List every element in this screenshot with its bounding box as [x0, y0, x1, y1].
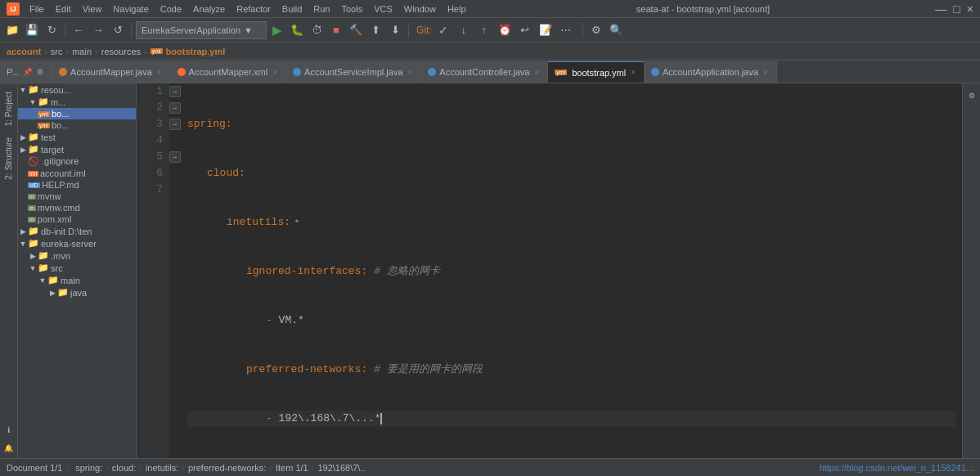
- git-annotate-icon[interactable]: 📝: [537, 21, 555, 39]
- sidebar-label-pom: pom.xml: [38, 214, 72, 224]
- status-spring[interactable]: spring:: [75, 463, 102, 473]
- run-config-selector[interactable]: EurekaServerApplication ▼: [136, 21, 267, 39]
- fold-icon-3[interactable]: −: [169, 119, 181, 130]
- breadcrumb-file[interactable]: yml bootstrap.yml: [151, 47, 226, 56]
- sidebar-item-bootstrap-yml2[interactable]: yml bo...: [18, 119, 136, 131]
- tab-account-application[interactable]: AccountApplication.java ×: [645, 61, 777, 83]
- git-push-icon[interactable]: ↑: [475, 21, 493, 39]
- menu-refactor[interactable]: Refactor: [232, 2, 276, 16]
- tab-project-pin[interactable]: 📌: [22, 67, 32, 77]
- breadcrumb-src[interactable]: src: [51, 47, 63, 56]
- save-icon[interactable]: 💾: [23, 21, 41, 39]
- open-folder-icon[interactable]: 📁: [3, 21, 21, 39]
- tab-close-1[interactable]: ×: [155, 67, 164, 78]
- sidebar-label-yml2: bo...: [52, 120, 69, 130]
- build-button[interactable]: 🔨: [347, 21, 365, 39]
- tab-close-4[interactable]: ×: [533, 67, 541, 78]
- breadcrumb-sep-1: ›: [44, 47, 47, 56]
- vcs-menu-icon[interactable]: ⋯: [557, 21, 575, 39]
- minimize-button[interactable]: —: [935, 2, 946, 16]
- sidebar-item-pom[interactable]: m pom.xml: [18, 213, 136, 225]
- fold-icon-2[interactable]: −: [169, 102, 181, 114]
- sidebar-item-test[interactable]: ▶ 📁 test: [18, 131, 136, 143]
- status-inetutils[interactable]: inetutils:: [146, 463, 178, 473]
- tab-account-service-impl[interactable]: AccountServiceImpl.java ×: [286, 61, 421, 83]
- tab-close-5[interactable]: ×: [629, 67, 637, 78]
- fold-line-5: −: [169, 149, 181, 165]
- close-button[interactable]: ×: [967, 2, 973, 16]
- back-icon[interactable]: ←: [70, 21, 88, 39]
- menu-vcs[interactable]: VCS: [369, 2, 398, 16]
- sidebar-item-main-sub[interactable]: ▼ 📁 main: [18, 274, 136, 286]
- panel-tab-notifications[interactable]: 🔔: [2, 442, 16, 455]
- status-preferred[interactable]: preferred-networks:: [188, 463, 266, 473]
- sidebar-item-src[interactable]: ▼ 📁 src: [18, 262, 136, 274]
- tab-close-3[interactable]: ×: [407, 67, 415, 78]
- sidebar-item-resources[interactable]: ▼ 📁 resou...: [18, 83, 136, 96]
- breadcrumb-sep-4: ›: [144, 47, 147, 56]
- git-history-icon[interactable]: ⏰: [496, 21, 514, 39]
- sidebar-item-bootstrap-yml1[interactable]: yml bo...: [18, 108, 136, 119]
- refresh-icon[interactable]: ↻: [43, 21, 61, 39]
- menu-navigate[interactable]: Navigate: [108, 2, 153, 16]
- code-editor[interactable]: 1 2 3 4 5 6 7 − − −: [137, 83, 962, 458]
- debug-button[interactable]: 🐛: [288, 21, 306, 39]
- git-update-icon[interactable]: ↓: [455, 21, 473, 39]
- git-commit-icon[interactable]: ✓: [434, 21, 452, 39]
- tab-bootstrap-yml[interactable]: yml bootstrap.yml ×: [548, 61, 645, 83]
- status-cloud[interactable]: cloud:: [112, 463, 136, 473]
- sidebar-item-db-init[interactable]: ▶ 📁 db-init D:\ten: [18, 225, 136, 237]
- menu-file[interactable]: File: [25, 2, 49, 16]
- menu-help[interactable]: Help: [443, 2, 471, 16]
- sidebar-item-help-md[interactable]: MD HELP.md: [18, 179, 136, 191]
- terminal-icon[interactable]: ⚙: [587, 21, 605, 39]
- menu-tools[interactable]: Tools: [336, 2, 367, 16]
- tab-close-2[interactable]: ×: [271, 67, 279, 78]
- panel-tab-right-1[interactable]: ⚙: [965, 87, 978, 105]
- menu-window[interactable]: Window: [399, 2, 441, 16]
- sidebar-item-gitignore[interactable]: 🚫 .gitignore: [18, 155, 136, 168]
- deploy-button[interactable]: ⬇: [386, 21, 404, 39]
- menu-analyze[interactable]: Analyze: [188, 2, 230, 16]
- breadcrumb-main[interactable]: main: [72, 47, 92, 56]
- sidebar-item-mvn[interactable]: ▶ 📁 .mvn: [18, 249, 136, 262]
- token-ip: 192\.168\.7\...*: [272, 411, 381, 427]
- menu-build[interactable]: Build: [277, 2, 307, 16]
- menu-code[interactable]: Code: [155, 2, 187, 16]
- fold-icon-1[interactable]: −: [169, 86, 181, 97]
- run-button[interactable]: ▶: [268, 21, 286, 39]
- tab-account-controller[interactable]: AccountController.java ×: [421, 61, 548, 83]
- tab-close-6[interactable]: ×: [762, 67, 770, 78]
- breadcrumb-account[interactable]: account: [7, 47, 41, 56]
- panel-tab-project[interactable]: 1: Project: [2, 87, 16, 131]
- yaml-badge-breadcrumb: yml: [151, 48, 163, 54]
- sidebar-item-mvnw[interactable]: m mvnw: [18, 191, 136, 202]
- panel-tab-structure[interactable]: 2: Structure: [2, 132, 16, 185]
- tab-account-mapper-java[interactable]: AccountMapper.java ×: [52, 61, 171, 83]
- sidebar-label-main-sub: main: [61, 276, 80, 285]
- revert-icon[interactable]: ↺: [109, 21, 127, 39]
- maximize-button[interactable]: □: [953, 2, 960, 16]
- tab-project[interactable]: P... 📌 ⚙: [0, 61, 52, 83]
- sidebar-item-eureka[interactable]: ▼ 📁 eureka-server: [18, 237, 136, 249]
- sidebar-item-main[interactable]: ▼ 📁 m...: [18, 96, 136, 108]
- tab-account-mapper-xml[interactable]: AccountMapper.xml ×: [171, 61, 286, 83]
- forward-icon[interactable]: →: [89, 21, 107, 39]
- code-area[interactable]: spring: cloud: inetutils:• ignored-inter…: [181, 83, 962, 458]
- update-button[interactable]: ⬆: [366, 21, 384, 39]
- stop-button[interactable]: ■: [327, 21, 345, 39]
- breadcrumb-resources[interactable]: resources: [101, 47, 141, 56]
- fold-icon-5[interactable]: −: [169, 151, 181, 163]
- tab-project-gear[interactable]: ⚙: [35, 67, 45, 77]
- sidebar-item-target[interactable]: ▶ 📁 target: [18, 143, 136, 155]
- menu-edit[interactable]: Edit: [51, 2, 76, 16]
- sidebar-item-java[interactable]: ▶ 📁 java: [18, 286, 136, 299]
- menu-run[interactable]: Run: [308, 2, 335, 16]
- git-revert-icon[interactable]: ↩: [516, 21, 534, 39]
- panel-tab-info[interactable]: ℹ: [5, 424, 12, 437]
- profile-button[interactable]: ⏱: [308, 21, 326, 39]
- search-everywhere-icon[interactable]: 🔍: [607, 21, 625, 39]
- menu-view[interactable]: View: [78, 2, 107, 16]
- sidebar-item-mvnw-cmd[interactable]: m mvnw.cmd: [18, 202, 136, 213]
- sidebar-item-account-iml[interactable]: iml account.iml: [18, 168, 136, 179]
